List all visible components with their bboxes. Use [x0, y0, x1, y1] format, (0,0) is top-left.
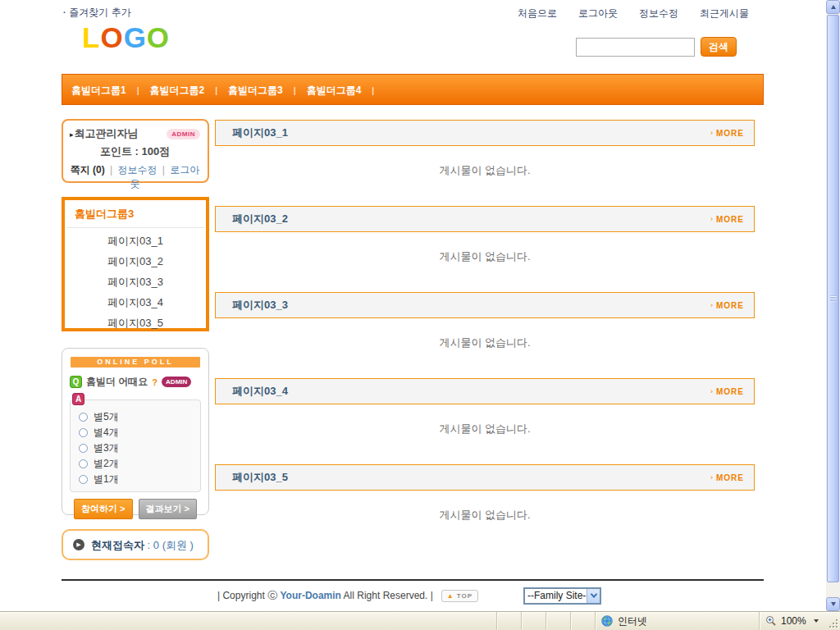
navbar-item-group1[interactable]: 홈빌더그룹1: [71, 84, 126, 96]
status-zone-pane: 인터넷: [595, 612, 759, 630]
radio-button[interactable]: [79, 428, 88, 437]
message-link[interactable]: 쪽지 (0): [71, 164, 105, 176]
more-link[interactable]: ›MORE: [710, 473, 744, 482]
add-favorite-link[interactable]: ·즐겨찾기 추가: [63, 6, 131, 20]
zoom-pane[interactable]: 100%: [759, 612, 826, 630]
board-header: 페이지03_1 ›MORE: [215, 120, 755, 146]
poll-option-label: 별1개: [94, 472, 119, 486]
footer-divider: [62, 579, 764, 581]
more-link[interactable]: ›MORE: [710, 129, 744, 138]
search-input[interactable]: [576, 38, 695, 57]
poll-option-row: 별5개: [79, 409, 192, 425]
navbar-item-group3[interactable]: 홈빌더그룹3: [228, 84, 283, 96]
board-header: 페이지03_5 ›MORE: [215, 464, 755, 491]
status-zone-label: 인터넷: [618, 614, 647, 628]
poll-option-row: 별3개: [79, 441, 192, 456]
board-header: 페이지03_2 ›MORE: [215, 206, 755, 232]
board-header: 페이지03_3 ›MORE: [215, 292, 755, 318]
nav-logout-link[interactable]: 로그아웃: [578, 7, 618, 21]
zoom-caret-icon[interactable]: [814, 619, 819, 623]
current-visitors-box[interactable]: ▶ 현재접속자 : 0 (회원 ): [62, 529, 209, 560]
family-site-select[interactable]: --Family Site--: [523, 587, 601, 605]
logo-letter: O: [147, 21, 170, 53]
navbar-separator: |: [137, 85, 139, 95]
poll-options-box: 별5개 별4개 별3개 별2개 별1개: [70, 399, 201, 492]
sidebar-item-page1[interactable]: 페이지03_1: [65, 231, 206, 251]
navbar-item-group2[interactable]: 홈빌더그룹2: [150, 84, 205, 96]
board-title-link[interactable]: 페이지03_4: [232, 384, 288, 399]
vertical-scrollbar[interactable]: [826, 0, 840, 611]
more-label: MORE: [716, 387, 744, 396]
site-name-link[interactable]: Your-Doamin: [280, 590, 340, 601]
top-button-label: TOP: [457, 592, 472, 600]
poll-question-mark: ?: [152, 377, 158, 387]
resize-grip-icon[interactable]: [829, 619, 839, 629]
more-label: MORE: [716, 215, 744, 224]
question-icon: Q: [70, 376, 82, 388]
cursor-arrow-icon: ▸: [70, 130, 74, 139]
up-arrow-icon: ▲: [447, 592, 454, 600]
scroll-up-button[interactable]: [826, 0, 840, 14]
more-arrow-icon: ›: [710, 387, 713, 395]
status-pane: [496, 612, 521, 630]
radio-button[interactable]: [79, 444, 88, 453]
user-info-box: ▸최고관리자님 ADMIN 포인트 : 100점 쪽지 (0) | 정보수정 |…: [62, 119, 209, 183]
site-logo[interactable]: LOGO: [82, 21, 170, 54]
status-pane-main: [0, 612, 496, 630]
online-poll-box: ONLINE POLL Q 홈빌더 어때요? ADMIN A 별5개 별4개 별…: [62, 348, 209, 515]
copyright-suffix: All Right Reserved. |: [341, 590, 433, 601]
board-empty-text: 게시물이 없습니다.: [215, 232, 755, 264]
scrollbar-thumb[interactable]: [827, 15, 839, 582]
more-label: MORE: [716, 473, 744, 482]
more-label: MORE: [716, 129, 744, 138]
link-separator: |: [162, 164, 165, 176]
board-title-link[interactable]: 페이지03_5: [232, 470, 288, 485]
board-section-2: 페이지03_2 ›MORE 게시물이 없습니다.: [215, 206, 755, 292]
web-page: ·즐겨찾기 추가 처음으로 로그아웃 정보수정 최근게시물 LOGO 검색 홈빌…: [0, 0, 826, 611]
chevron-down-icon: [590, 591, 596, 597]
poll-submit-button[interactable]: 참여하기 >: [74, 499, 132, 519]
poll-question: 홈빌더 어때요: [86, 375, 148, 389]
board-title-link[interactable]: 페이지03_3: [232, 298, 288, 313]
more-arrow-icon: ›: [710, 215, 713, 223]
radio-button[interactable]: [79, 413, 88, 422]
page-header: ·즐겨찾기 추가 처음으로 로그아웃 정보수정 최근게시물 LOGO 검색 홈빌…: [62, 0, 764, 105]
select-dropdown-button[interactable]: [587, 589, 600, 603]
chevron-down-icon: [831, 602, 836, 606]
scroll-top-button[interactable]: ▲TOP: [441, 590, 478, 602]
user-point-text: 포인트 : 100점: [70, 144, 200, 159]
status-pane: [546, 612, 570, 630]
sidebar-item-page3[interactable]: 페이지03_3: [65, 272, 206, 292]
radio-button[interactable]: [79, 475, 88, 484]
search-button[interactable]: 검색: [701, 37, 737, 57]
nav-recent-posts-link[interactable]: 최근게시물: [700, 7, 749, 21]
navbar-item-group4[interactable]: 홈빌더그룹4: [307, 84, 362, 96]
scroll-down-button[interactable]: [826, 597, 840, 611]
nav-home-link[interactable]: 처음으로: [518, 7, 557, 21]
more-link[interactable]: ›MORE: [710, 301, 744, 310]
board-empty-text: 게시물이 없습니다.: [215, 404, 755, 436]
link-separator: |: [110, 164, 112, 176]
poll-option-label: 별2개: [94, 457, 119, 471]
more-link[interactable]: ›MORE: [710, 215, 744, 224]
board-title-link[interactable]: 페이지03_1: [232, 126, 288, 140]
nav-edit-info-link[interactable]: 정보수정: [639, 7, 678, 21]
radio-button[interactable]: [79, 459, 88, 468]
add-favorite-label: 즐겨찾기 추가: [69, 7, 130, 18]
more-link[interactable]: ›MORE: [710, 387, 744, 396]
top-utility-nav: 처음으로 로그아웃 정보수정 최근게시물: [518, 7, 749, 21]
board-title-link[interactable]: 페이지03_2: [232, 212, 288, 226]
navbar-separator: |: [294, 85, 296, 95]
sidebar-item-page2[interactable]: 페이지03_2: [65, 251, 206, 272]
poll-admin-badge[interactable]: ADMIN: [162, 377, 191, 387]
board-header: 페이지03_4 ›MORE: [215, 378, 755, 404]
resize-grip-pane: [826, 612, 840, 630]
board-empty-text: 게시물이 없습니다.: [215, 146, 755, 178]
poll-result-button[interactable]: 결과보기 >: [139, 499, 197, 519]
poll-option-row: 별4개: [79, 425, 192, 441]
navbar-separator: |: [215, 85, 217, 95]
edit-info-link[interactable]: 정보수정: [118, 164, 158, 176]
visitors-label: 현재접속자: [91, 539, 144, 551]
sidebar-item-page4[interactable]: 페이지03_4: [65, 292, 206, 313]
sidebar-item-page5[interactable]: 페이지03_5: [65, 313, 206, 333]
